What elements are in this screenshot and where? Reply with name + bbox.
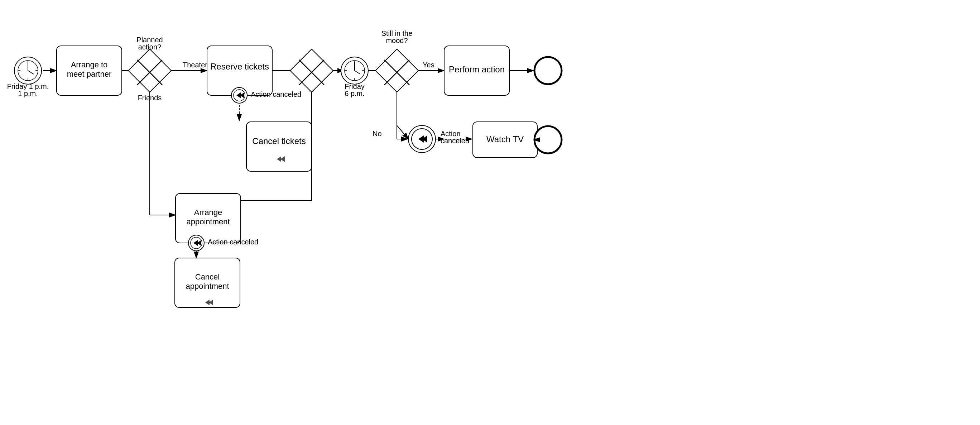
- timer-event-label: Friday: [345, 83, 364, 90]
- no-label: No: [372, 130, 382, 138]
- start-event-sublabel: 1 p.m.: [18, 89, 38, 97]
- svg-point-58: [535, 57, 562, 84]
- action-canceled-label-bottom2: canceled: [441, 137, 469, 145]
- arrange-appt-label: Arrange: [194, 208, 222, 217]
- cancel-appointment-task: Cancel appointment: [175, 258, 240, 307]
- arrange-meet-label2: meet partner: [67, 70, 112, 78]
- arrange-appointment-task: Arrange appointment: [175, 194, 241, 243]
- yes-label: Yes: [423, 61, 434, 69]
- action-canceled-label-bottom: Action: [441, 130, 461, 138]
- end-event-top: [535, 57, 562, 84]
- watch-tv-label: Watch TV: [487, 134, 524, 144]
- cancel-tickets-task: Cancel tickets: [247, 122, 312, 171]
- friends-label: Friends: [138, 94, 162, 102]
- mood-label2: mood?: [386, 37, 407, 45]
- bpmn-diagram: Friday 1 p.m. 1 p.m. Arrange to meet par…: [0, 0, 980, 425]
- perform-action-task: Perform action: [444, 46, 509, 96]
- svg-rect-40: [247, 122, 312, 171]
- planned-action-label2: action?: [138, 43, 162, 51]
- cancel-appt-label: Cancel: [195, 272, 220, 281]
- timer-event: Friday 6 p.m.: [341, 57, 368, 97]
- arrange-appt-label2: appointment: [186, 217, 230, 226]
- arrange-meet-task: Arrange to meet partner: [57, 46, 122, 96]
- theater-label: Theater: [183, 61, 207, 69]
- planned-action-label: Planned: [137, 36, 162, 44]
- perform-action-label: Perform action: [449, 65, 505, 74]
- mood-label: Still in the: [382, 29, 413, 37]
- action-canceled-label-appt: Action canceled: [208, 238, 258, 246]
- start-event-label: Friday 1 p.m.: [7, 83, 49, 90]
- reserve-tickets-label: Reserve tickets: [210, 62, 269, 71]
- watch-tv-task: Watch TV: [473, 122, 537, 158]
- end-event-bottom: [535, 126, 562, 153]
- timer-event-sublabel: 6 p.m.: [345, 89, 364, 97]
- svg-point-64: [535, 126, 562, 153]
- arrange-meet-label: Arrange to: [71, 60, 108, 69]
- cancel-tickets-label: Cancel tickets: [252, 136, 305, 146]
- cancel-appt-label2: appointment: [186, 282, 229, 291]
- action-canceled-label1: Action canceled: [251, 90, 301, 98]
